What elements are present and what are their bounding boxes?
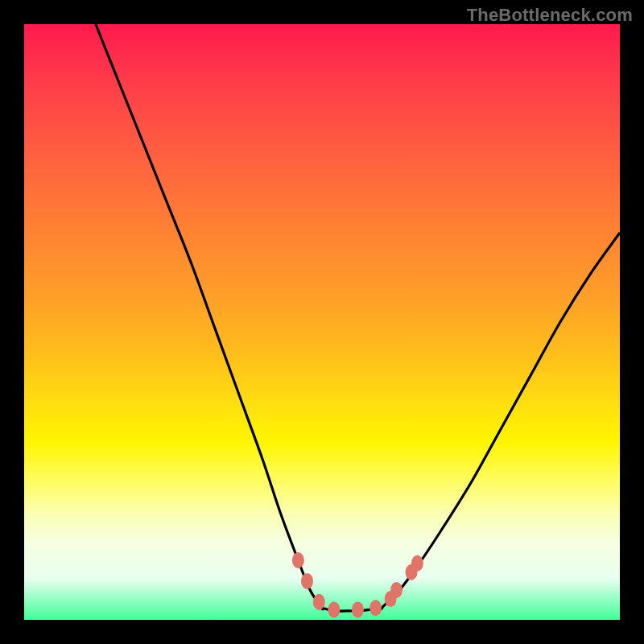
curve-marker <box>292 552 304 568</box>
plot-area <box>24 24 620 620</box>
curve-marker <box>411 555 423 572</box>
chart-frame: TheBottleneck.com <box>0 0 644 644</box>
curve-marker <box>328 601 340 617</box>
curve-path <box>96 24 620 611</box>
curve-marker <box>390 582 402 598</box>
attribution-watermark: TheBottleneck.com <box>467 5 633 26</box>
curve-marker <box>313 594 325 610</box>
curve-marker <box>301 573 313 589</box>
curve-marker <box>369 600 382 616</box>
curve-marker <box>352 601 364 617</box>
bottleneck-curve <box>24 24 620 620</box>
